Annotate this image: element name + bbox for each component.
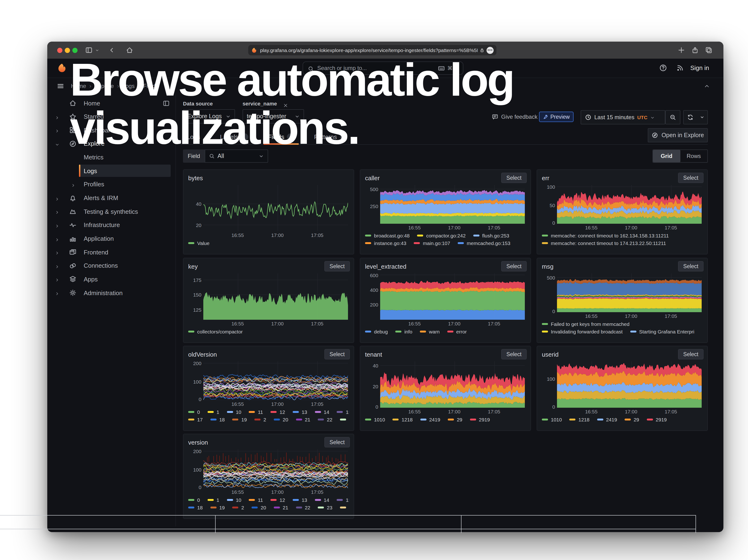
legend-item[interactable]: 1218: [569, 417, 590, 422]
select-button[interactable]: Select: [501, 261, 527, 272]
chevron-right-icon[interactable]: [55, 263, 60, 268]
legend-item[interactable]: 1010: [365, 417, 385, 422]
close-window-button[interactable]: [57, 48, 63, 53]
sidebar-item-logs[interactable]: Logs: [51, 165, 170, 177]
legend-item[interactable]: flush.go:253: [473, 233, 509, 238]
legend-item[interactable]: 2: [232, 505, 244, 510]
chevron-right-icon[interactable]: [55, 236, 60, 241]
legend-item[interactable]: 19: [210, 505, 225, 510]
help-icon[interactable]: [659, 64, 667, 72]
legend-item[interactable]: 2419: [420, 417, 440, 422]
legend-item[interactable]: 18: [188, 505, 203, 510]
chevron-right-icon[interactable]: [55, 290, 60, 295]
legend-item[interactable]: 22: [318, 417, 332, 422]
select-button[interactable]: Select: [501, 173, 527, 183]
legend-item[interactable]: 1: [208, 497, 219, 503]
legend-item[interactable]: 15: [337, 409, 349, 415]
legend-item[interactable]: 23: [340, 417, 349, 422]
sidebar-item-frontend[interactable]: Frontend: [51, 247, 170, 258]
minimize-window-button[interactable]: [65, 48, 70, 53]
legend-item[interactable]: 0: [188, 409, 200, 415]
sidebar-item-administration[interactable]: Administration: [51, 287, 170, 299]
sidebar-item-infrastructure[interactable]: Infrastructure: [51, 219, 170, 231]
legend-item[interactable]: 14: [315, 409, 329, 415]
legend-item[interactable]: 2919: [647, 417, 667, 422]
time-range-picker[interactable]: Last 15 minutes UTC: [581, 110, 665, 124]
browser-home-icon[interactable]: [126, 46, 133, 54]
legend-item[interactable]: 2419: [597, 417, 617, 422]
sidebar-item-profiles[interactable]: Profiles: [51, 179, 170, 190]
legend-item[interactable]: broadcast.go:48: [365, 233, 410, 238]
menu-hamburger-icon[interactable]: [57, 82, 64, 90]
legend-item[interactable]: 11: [249, 497, 263, 503]
select-button[interactable]: Select: [324, 349, 350, 359]
page-settings-button[interactable]: •••: [487, 47, 494, 54]
share-icon[interactable]: [691, 46, 699, 54]
zoom-window-button[interactable]: [72, 48, 77, 53]
legend-item[interactable]: 1218: [393, 417, 413, 422]
chevron-right-icon[interactable]: [55, 277, 60, 282]
legend-item[interactable]: 29: [625, 417, 639, 422]
select-button[interactable]: Select: [324, 261, 350, 272]
legend-item[interactable]: Failed to get keys from memcached: [542, 321, 630, 327]
legend-item[interactable]: 21: [274, 505, 288, 510]
chevron-down-icon[interactable]: [55, 141, 60, 146]
legend-item[interactable]: 0: [188, 497, 200, 503]
chevron-right-icon[interactable]: [55, 209, 60, 214]
legend-item[interactable]: 21: [296, 417, 310, 422]
sidebar-toggle-icon[interactable]: [85, 46, 93, 54]
legend-item[interactable]: 1010: [542, 417, 562, 422]
legend-item[interactable]: debug: [365, 329, 388, 334]
chevron-down-icon[interactable]: [95, 48, 99, 52]
legend-item[interactable]: 22: [296, 505, 310, 510]
legend-item[interactable]: 10: [227, 497, 241, 503]
new-tab-icon[interactable]: [678, 46, 685, 54]
sidebar-item-application[interactable]: Application: [51, 233, 170, 244]
legend-item[interactable]: instance.go:43: [365, 240, 406, 246]
select-button[interactable]: Select: [678, 349, 704, 359]
select-button[interactable]: Select: [678, 173, 704, 183]
legend-item[interactable]: Invalidating forwarded broadcast: [542, 329, 623, 334]
open-in-explore-button[interactable]: Open in Explore: [648, 128, 708, 142]
refresh-interval-dropdown[interactable]: [697, 110, 708, 124]
legend-item[interactable]: 18: [210, 417, 225, 422]
chevron-right-icon[interactable]: [55, 128, 60, 133]
legend-item[interactable]: main.go:107: [414, 240, 450, 246]
legend-item[interactable]: 1: [208, 409, 219, 415]
legend-item[interactable]: 10: [227, 409, 241, 415]
sidebar-item-testing-synthetics[interactable]: Testing & synthetics: [51, 206, 170, 217]
sidebar-item-apps[interactable]: Apps: [51, 274, 170, 285]
grafana-logo-icon[interactable]: [57, 63, 67, 73]
legend-item[interactable]: 2919: [470, 417, 490, 422]
legend-item[interactable]: compactor.go:242: [417, 233, 466, 238]
legend-item[interactable]: 15: [337, 497, 349, 503]
legend-item[interactable]: Starting Grafana Enterpri: [630, 329, 694, 334]
select-button[interactable]: Select: [324, 437, 350, 447]
select-button[interactable]: Select: [501, 349, 527, 359]
chevron-right-icon[interactable]: [55, 250, 60, 254]
chevron-right-icon[interactable]: [55, 114, 60, 119]
legend-item[interactable]: 19: [232, 417, 247, 422]
legend-item[interactable]: 12: [271, 409, 285, 415]
legend-item[interactable]: warn: [420, 329, 440, 334]
toggle-grid[interactable]: Grid: [653, 150, 680, 162]
legend-item[interactable]: 24: [340, 505, 349, 510]
legend-item[interactable]: memcache: connect timeout to 162.134.158…: [542, 233, 669, 238]
legend-item[interactable]: 14: [315, 497, 329, 503]
legend-item[interactable]: info: [395, 329, 412, 334]
legend-item[interactable]: 13: [293, 409, 307, 415]
legend-item[interactable]: memcached.go:153: [458, 240, 510, 246]
select-button[interactable]: Select: [678, 261, 704, 272]
back-icon[interactable]: [108, 46, 115, 54]
legend-item[interactable]: 11: [249, 409, 263, 415]
toggle-rows[interactable]: Rows: [680, 150, 707, 162]
news-rss-icon[interactable]: [676, 64, 684, 72]
sign-in-link[interactable]: Sign in: [690, 64, 709, 71]
refresh-button[interactable]: [683, 110, 697, 124]
legend-item[interactable]: Value: [188, 240, 209, 246]
legend-item[interactable]: 17: [188, 417, 203, 422]
zoom-out-button[interactable]: [665, 110, 680, 124]
legend-item[interactable]: 12: [271, 497, 285, 503]
sidebar-item-alerts-irm[interactable]: Alerts & IRM: [51, 192, 170, 204]
tabs-overview-icon[interactable]: [705, 46, 712, 54]
